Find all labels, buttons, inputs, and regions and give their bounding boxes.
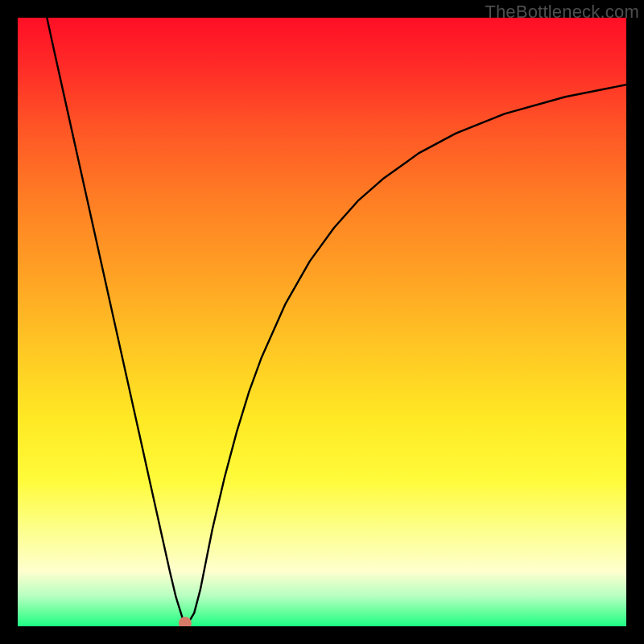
watermark-text: TheBottleneck.com bbox=[485, 2, 639, 23]
curve-svg bbox=[18, 18, 626, 626]
chart-frame: TheBottleneck.com bbox=[0, 0, 644, 644]
plot-area bbox=[18, 18, 626, 626]
bottleneck-curve bbox=[47, 18, 626, 623]
minimum-marker bbox=[179, 617, 192, 626]
